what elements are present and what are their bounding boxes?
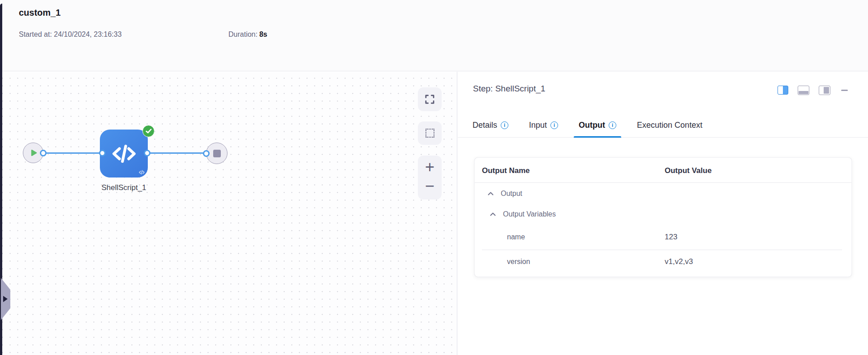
tab-output[interactable]: Output i	[573, 113, 622, 137]
column-output-name: Output Name	[482, 166, 530, 175]
stop-icon	[213, 150, 221, 157]
tab-execution-context[interactable]: Execution Context	[632, 113, 708, 137]
info-icon[interactable]: i	[501, 121, 508, 129]
output-table-card: Output Name Output Value Output Output V…	[474, 157, 852, 277]
chevron-up-icon[interactable]	[490, 212, 496, 216]
canvas-select-button[interactable]	[418, 121, 442, 145]
shellscript-step-node[interactable]	[100, 130, 148, 178]
port-step-out	[144, 150, 150, 156]
code-icon	[110, 140, 138, 168]
table-row-version: version v1,v2,v3	[475, 250, 851, 273]
canvas-fullscreen-button[interactable]	[418, 87, 442, 111]
output-variable-value: v1,v2,v3	[665, 257, 693, 266]
table-row-output-variables-group[interactable]: Output Variables	[475, 204, 851, 225]
right-arrow-icon	[3, 296, 8, 302]
info-icon[interactable]: i	[609, 121, 616, 129]
output-variable-name: name	[507, 233, 525, 241]
group-label: Output Variables	[503, 210, 556, 218]
pipeline-canvas[interactable]: ShellScript_1 + −	[2, 72, 457, 355]
canvas-zoom-control: + −	[418, 156, 442, 199]
duration-value: 8s	[259, 30, 267, 38]
left-panel-expand-handle[interactable]	[1, 278, 10, 320]
fullscreen-icon	[425, 94, 435, 104]
panel-layout-controls	[458, 86, 868, 96]
port-stop-in	[203, 150, 210, 157]
output-variable-value: 123	[665, 233, 677, 242]
code-watermark-icon	[138, 169, 145, 176]
success-check-icon	[142, 125, 155, 137]
layout-split-bottom-icon[interactable]	[798, 86, 809, 95]
duration-text: Duration:8s	[228, 30, 267, 39]
edge-start-to-step	[43, 152, 103, 154]
step-tabs: Details i Input i Output i Execution Con…	[458, 113, 868, 138]
output-table-header: Output Name Output Value	[475, 158, 851, 183]
port-start-out	[40, 150, 47, 156]
play-icon	[30, 149, 38, 157]
edge-step-to-stop	[147, 152, 206, 154]
table-row-name: name 123	[475, 225, 851, 250]
output-variable-name: version	[507, 258, 530, 266]
layout-split-right-icon[interactable]	[778, 86, 788, 95]
app-window: custom_1 Started at: 24/10/2024, 23:16:3…	[0, 0, 868, 355]
step-details-panel: Step: ShellScript_1 Details i Input i Ou…	[458, 72, 868, 355]
pipeline-title: custom_1	[19, 8, 60, 18]
execution-header: custom_1 Started at: 24/10/2024, 23:16:3…	[2, 0, 868, 71]
port-step-in	[99, 150, 106, 156]
table-row-output-group[interactable]: Output	[475, 183, 851, 204]
tab-details[interactable]: Details i	[467, 113, 514, 137]
active-tab-underline	[574, 136, 621, 138]
zoom-out-button[interactable]: −	[425, 178, 434, 194]
tab-input[interactable]: Input i	[524, 113, 563, 137]
info-icon[interactable]: i	[550, 121, 558, 129]
column-output-value: Output Value	[665, 166, 712, 175]
started-at-text: Started at: 24/10/2024, 23:16:33	[19, 30, 122, 39]
group-label: Output	[501, 190, 522, 198]
step-node-label[interactable]: ShellScript_1	[93, 183, 155, 192]
layout-drawer-icon[interactable]	[819, 86, 830, 95]
minimize-icon[interactable]	[841, 90, 848, 91]
marquee-select-icon	[425, 129, 434, 138]
chevron-up-icon[interactable]	[488, 192, 494, 195]
zoom-in-button[interactable]: +	[425, 159, 434, 175]
